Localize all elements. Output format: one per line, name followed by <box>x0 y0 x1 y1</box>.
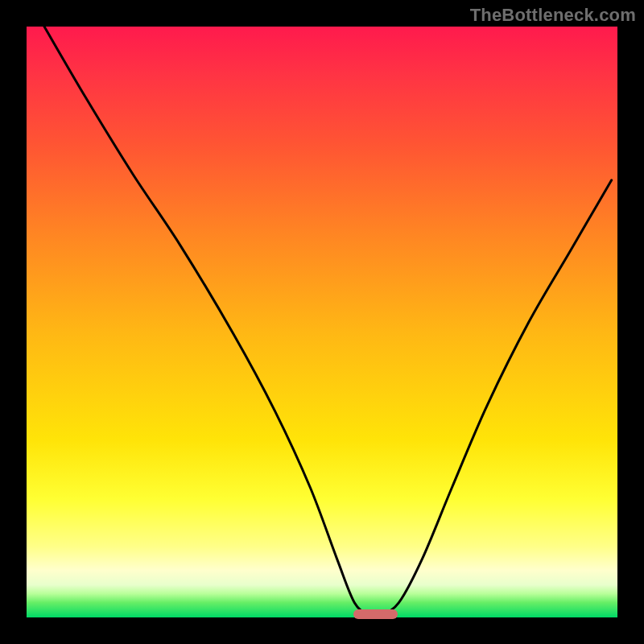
plot-area <box>27 27 617 617</box>
chart-frame: TheBottleneck.com <box>0 0 644 644</box>
watermark-text: TheBottleneck.com <box>470 5 636 26</box>
bottleneck-curve <box>27 27 617 617</box>
curve-path <box>44 27 612 616</box>
minimum-marker <box>353 609 398 619</box>
